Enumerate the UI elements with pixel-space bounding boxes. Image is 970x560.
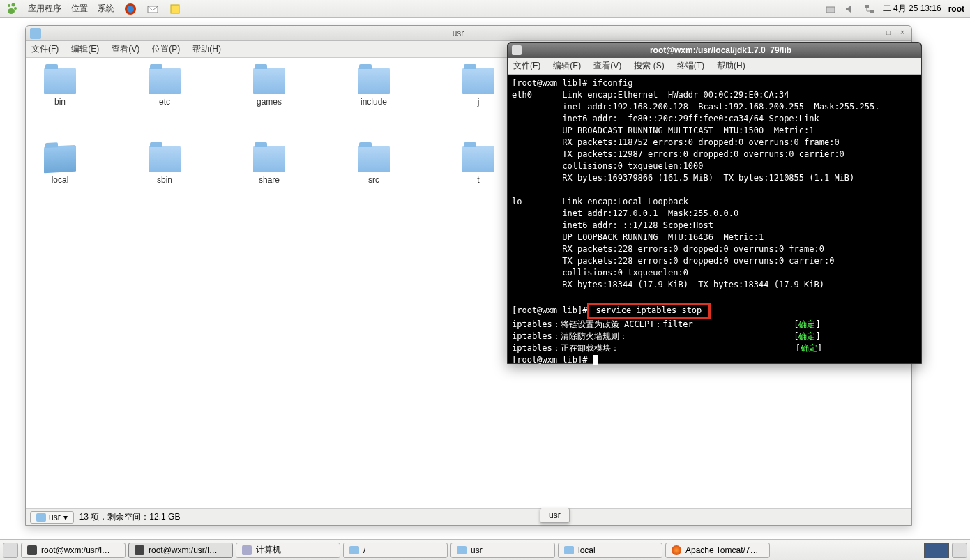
task-terminal-2[interactable]: root@wxm:/usr/l…	[128, 543, 233, 558]
fm-menu-places[interactable]: 位置(P)	[152, 43, 180, 55]
task-terminal-1[interactable]: root@wxm:/usr/l…	[21, 543, 126, 558]
terminal-icon	[135, 545, 144, 555]
task-firefox-tomcat[interactable]: Apache Tomcat/7…	[665, 543, 770, 558]
folder-t-partial[interactable]: t	[454, 146, 503, 185]
svg-point-3	[8, 8, 15, 14]
task-local-folder[interactable]: local	[558, 543, 662, 558]
terminal-icon	[27, 545, 37, 555]
folder-games[interactable]: games	[245, 68, 294, 107]
term-menu-help[interactable]: 帮助(H)	[717, 60, 745, 72]
fm-status-text: 13 项，剩余空间：12.1 GB	[79, 511, 181, 523]
svg-rect-8	[826, 7, 835, 13]
volume-icon[interactable]	[844, 3, 856, 15]
svg-rect-10	[870, 10, 874, 13]
note-icon[interactable]	[169, 3, 181, 15]
term-menu-terminal[interactable]: 终端(T)	[677, 60, 704, 72]
fm-menu-edit[interactable]: 编辑(E)	[71, 43, 99, 55]
term-title: root@wxm:/usr/local/jdk1.7.0_79/lib	[524, 45, 917, 55]
update-icon[interactable]	[824, 3, 837, 15]
minimize-button[interactable]: _	[870, 29, 879, 38]
fm-path-label: usr	[49, 513, 61, 522]
folder-bin[interactable]: bin	[36, 68, 84, 107]
chevron-down-icon: ▾	[63, 513, 68, 522]
folder-src[interactable]: src	[349, 146, 398, 185]
firefox-icon	[672, 545, 681, 555]
term-menu-view[interactable]: 查看(V)	[593, 60, 621, 72]
svg-point-5	[127, 6, 134, 13]
term-menubar: 文件(F) 编辑(E) 查看(V) 搜索 (S) 终端(T) 帮助(H)	[508, 58, 921, 75]
task-computer[interactable]: 计算机	[236, 543, 340, 558]
terminal-window: root@wxm:/usr/local/jdk1.7.0_79/lib 文件(F…	[507, 42, 922, 364]
task-label: Apache Tomcat/7…	[685, 545, 759, 555]
term-menu-edit[interactable]: 编辑(E)	[553, 60, 581, 72]
trash-button[interactable]	[952, 543, 967, 558]
terminal-output[interactable]: [root@wxm lib]# ifconfig eth0 Link encap…	[508, 75, 921, 369]
svg-rect-9	[865, 5, 869, 8]
folder-icon	[30, 28, 41, 39]
computer-icon	[242, 545, 252, 555]
fm-path-button[interactable]: usr ▾	[30, 511, 74, 524]
folder-icon	[349, 546, 359, 554]
svg-point-0	[8, 4, 10, 7]
gnome-foot-icon	[6, 3, 18, 15]
firefox-icon[interactable]	[124, 3, 137, 15]
usr-overlay-button[interactable]: usr	[540, 508, 570, 523]
maximize-button[interactable]: □	[884, 29, 893, 38]
folder-sbin[interactable]: sbin	[140, 146, 189, 185]
task-usr-folder[interactable]: usr	[450, 543, 555, 558]
svg-point-2	[14, 7, 17, 10]
term-menu-search[interactable]: 搜索 (S)	[634, 60, 664, 72]
top-panel: 应用程序 位置 系统 二 4月 25 13:16 root	[0, 0, 970, 18]
fm-statusbar: usr ▾ 13 项，剩余空间：12.1 GB	[26, 508, 911, 525]
folder-share[interactable]: share	[245, 146, 294, 185]
fm-menu-file[interactable]: 文件(F)	[31, 43, 59, 55]
network-icon[interactable]	[863, 3, 876, 15]
folder-etc[interactable]: etc	[140, 68, 189, 107]
bottom-panel: root@wxm:/usr/l… root@wxm:/usr/l… 计算机 / …	[0, 539, 970, 560]
workspace-switcher[interactable]	[924, 543, 949, 558]
fm-titlebar[interactable]: usr _ □ ×	[26, 26, 911, 41]
user-label[interactable]: root	[948, 4, 964, 14]
task-label: 计算机	[256, 544, 281, 556]
system-tray: 二 4月 25 13:16 root	[824, 3, 964, 15]
task-label: root@wxm:/usr/l…	[149, 545, 218, 555]
term-titlebar[interactable]: root@wxm:/usr/local/jdk1.7.0_79/lib	[508, 43, 921, 58]
svg-point-1	[12, 3, 15, 6]
clock-text[interactable]: 二 4月 25 13:16	[883, 3, 941, 15]
fm-title: usr	[47, 29, 870, 38]
cursor-icon	[593, 355, 598, 365]
folder-icon	[36, 513, 46, 522]
task-label: /	[363, 545, 365, 555]
close-button[interactable]: ×	[897, 29, 907, 38]
terminal-icon	[512, 45, 522, 55]
fm-menu-help[interactable]: 帮助(H)	[192, 43, 221, 55]
task-root-folder[interactable]: /	[343, 543, 448, 558]
svg-rect-7	[171, 5, 179, 13]
menu-places[interactable]: 位置	[71, 3, 88, 15]
show-desktop-button[interactable]	[3, 543, 18, 558]
folder-j-partial[interactable]: j	[454, 68, 503, 107]
folder-icon	[457, 546, 467, 554]
menu-applications[interactable]: 应用程序	[28, 3, 61, 15]
fm-menu-view[interactable]: 查看(V)	[112, 43, 139, 55]
folder-local[interactable]: local	[36, 146, 84, 185]
task-label: usr	[471, 545, 483, 555]
mail-icon[interactable]	[146, 3, 159, 15]
folder-icon	[564, 546, 574, 554]
highlighted-command: service iptables stop	[587, 303, 710, 319]
task-label: root@wxm:/usr/l…	[41, 545, 110, 555]
folder-include[interactable]: include	[349, 68, 398, 107]
menu-system[interactable]: 系统	[98, 3, 114, 15]
term-menu-file[interactable]: 文件(F)	[513, 60, 540, 72]
task-label: local	[578, 545, 596, 555]
